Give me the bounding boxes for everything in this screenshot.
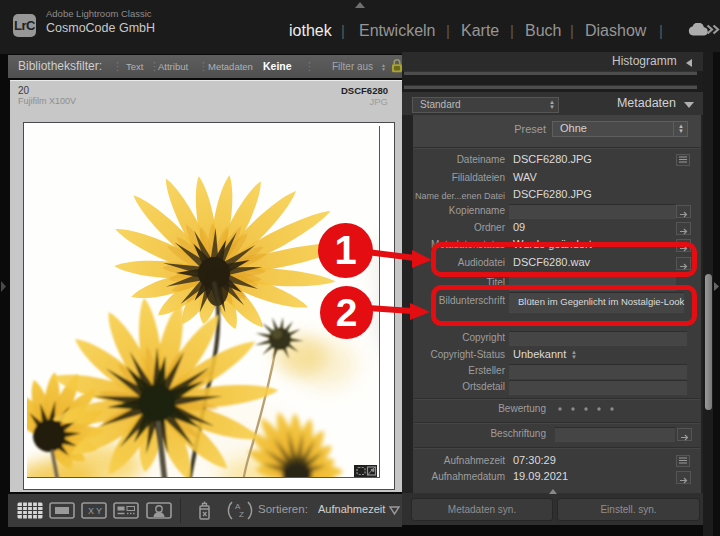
svg-text:X: X xyxy=(88,506,94,516)
svg-text:Z: Z xyxy=(239,510,244,519)
svg-text:Y: Y xyxy=(96,506,102,516)
